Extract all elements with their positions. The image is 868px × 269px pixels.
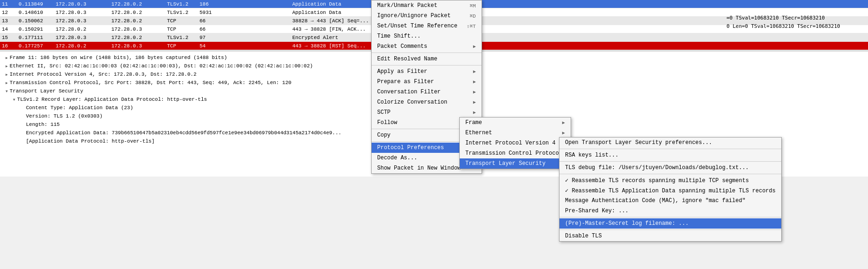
submenu-arrow: ▶ — [473, 110, 476, 115]
menu-label: Apply as Filter — [377, 68, 427, 75]
menu-right: ▶ — [473, 44, 476, 49]
detail-text: TLSv1.2 Record Layer: Application Data P… — [17, 97, 207, 102]
col-dst: 172.28.0.2 — [111, 35, 167, 40]
menu-label: (Pre)-Master-Secret log filename: ... — [565, 220, 688, 227]
menu-label: Pre-Shared Key: ... — [565, 208, 629, 214]
submenu-l2-item[interactable]: Ethernet ▶ — [460, 128, 571, 138]
menu-item[interactable]: Packet Comments ▶ — [372, 41, 482, 52]
menu-item[interactable]: Mark/Unmark Packet ⌘M — [372, 0, 482, 11]
menu-label: Decode As... — [377, 155, 417, 161]
col-len: 66 — [199, 26, 292, 32]
submenu-l2-item[interactable]: Internet Protocol Version 4 ▶ — [460, 138, 571, 148]
col-proto: TLSv1.2 — [167, 35, 199, 40]
menu-separator — [559, 161, 781, 162]
col-src: 172.28.0.3 — [56, 1, 111, 7]
col-proto: TCP — [167, 26, 199, 32]
menu-right: ▶ — [562, 119, 565, 126]
menu-label: Packet Comments — [377, 43, 427, 50]
menu-label: Open Transport Layer Security preference… — [565, 139, 712, 146]
col-src: 172.28.0.2 — [56, 26, 111, 32]
col-proto: TCP — [167, 18, 199, 24]
submenu-arrow: ▶ — [473, 44, 476, 49]
col-proto: TLSv1.2 — [167, 1, 199, 7]
submenu-l3-item[interactable]: Disable TLS — [559, 231, 781, 241]
expand-triangle: ▶ — [6, 56, 8, 60]
menu-item[interactable]: SCTP ▶ — [372, 107, 482, 118]
submenu-l3-item[interactable]: TLS debug file: /Users/jtuyen/Downloads/… — [559, 163, 781, 173]
submenu-arrow: ▶ — [473, 69, 476, 74]
menu-item[interactable]: Conversation Filter ▶ — [372, 87, 482, 97]
submenu-l3-item[interactable]: Open Transport Layer Security preference… — [559, 138, 781, 148]
menu-label: RSA keys list... — [565, 152, 618, 158]
menu-label: ✓ Reassemble TLS records spanning multip… — [565, 177, 749, 184]
detail-text: Internet Protocol Version 4, Src: 172.28… — [10, 72, 197, 77]
menu-right: ⇧⌘T — [457, 23, 476, 29]
col-src: 172.28.0.2 — [56, 43, 111, 49]
detail-text: Content Type: Application Data (23) — [26, 105, 133, 111]
submenu-arrow: ▶ — [562, 131, 565, 136]
menu-label: Transport Layer Security — [465, 160, 546, 167]
menu-label: Conversation Filter — [377, 89, 441, 95]
menu-item[interactable]: Colorize Conversation ▶ — [372, 97, 482, 107]
submenu-l3-item[interactable]: Message Authentication Code (MAC), ignor… — [559, 196, 781, 206]
menu-right: ▶ — [473, 89, 476, 95]
menu-item[interactable]: Prepare as Filter ▶ — [372, 77, 482, 87]
expand-triangle: ▼ — [13, 98, 15, 102]
submenu-l3-item[interactable]: (Pre)-Master-Secret log filename: ... — [559, 218, 781, 229]
col-len: 186 — [199, 1, 292, 7]
menu-item[interactable]: Set/Unset Time Reference ⇧⌘T — [372, 21, 482, 31]
menu-item[interactable]: Time Shift... — [372, 31, 482, 41]
submenu-l2-item[interactable]: Transmission Control Protocol ▶ — [460, 148, 571, 158]
menu-label: ✓ Reassemble TLS Application Data spanni… — [565, 187, 776, 194]
col-len: 66 — [199, 18, 292, 24]
menu-right: ▶ — [473, 99, 476, 105]
context-menu-l2: Frame ▶ Ethernet ▶ Internet Protocol Ver… — [459, 117, 571, 169]
menu-label: Set/Unset Time Reference — [377, 23, 457, 29]
shortcut: ⇧⌘T — [467, 23, 476, 29]
menu-separator — [372, 65, 482, 66]
submenu-arrow: ▶ — [473, 89, 476, 95]
expand-triangle: ▶ — [6, 64, 8, 68]
submenu-l3-item[interactable]: ✓ Reassemble TLS records spanning multip… — [559, 175, 781, 185]
col-time: 0.150062 — [19, 18, 56, 24]
col-dst: 172.28.0.3 — [111, 43, 167, 49]
menu-item[interactable]: Apply as Filter ▶ — [372, 66, 482, 77]
menu-separator — [372, 52, 482, 53]
menu-label: Message Authentication Code (MAC), ignor… — [565, 197, 746, 204]
menu-separator — [559, 217, 781, 217]
submenu-l3-item[interactable]: Pre-Shared Key: ... — [559, 206, 781, 216]
detail-text: Length: 115 — [26, 122, 60, 127]
col-no: 11 — [0, 1, 19, 7]
menu-right: ⌘M — [460, 3, 476, 9]
menu-separator — [559, 230, 781, 230]
col-len: 97 — [199, 35, 292, 40]
menu-label: TLS debug file: /Users/jtuyen/Downloads/… — [565, 164, 749, 171]
menu-right: ▶ — [473, 69, 476, 74]
col-dst: 172.28.0.3 — [111, 26, 167, 32]
menu-item[interactable]: Ignore/Unignore Packet ⌘D — [372, 11, 482, 21]
menu-label: Transmission Control Protocol — [465, 150, 562, 157]
detail-text: Encrypted Application Data: 739b66510647… — [26, 130, 341, 136]
context-menu-l3: Open Transport Layer Security preference… — [559, 137, 782, 242]
col-time: 0.177257 — [19, 43, 56, 49]
menu-right: ⌘D — [460, 13, 476, 19]
col-no: 13 — [0, 18, 19, 24]
col-no: 16 — [0, 43, 19, 49]
menu-separator — [559, 149, 781, 149]
menu-label: Prepare as Filter — [377, 79, 434, 85]
menu-right: ▶ — [562, 130, 565, 136]
col-len: 5931 — [199, 10, 292, 15]
submenu-l2-item[interactable]: Transport Layer Security ▶ — [460, 158, 571, 169]
menu-label: Internet Protocol Version 4 — [465, 140, 555, 146]
col-time: 0.148610 — [19, 10, 56, 15]
col-no: 12 — [0, 10, 19, 15]
detail-text: [Application Data Protocol: http-over-tl… — [26, 138, 154, 144]
menu-label: Show Packet in New Window — [377, 165, 461, 171]
col-no: 15 — [0, 35, 19, 40]
submenu-l2-item[interactable]: Frame ▶ — [460, 118, 571, 128]
col-dst: 172.28.0.2 — [111, 18, 167, 24]
menu-item[interactable]: Edit Resolved Name — [372, 54, 482, 64]
submenu-l3-item[interactable]: ✓ Reassemble TLS Application Data spanni… — [559, 185, 781, 196]
menu-label: Follow — [377, 119, 397, 126]
submenu-l3-item[interactable]: RSA keys list... — [559, 150, 781, 160]
